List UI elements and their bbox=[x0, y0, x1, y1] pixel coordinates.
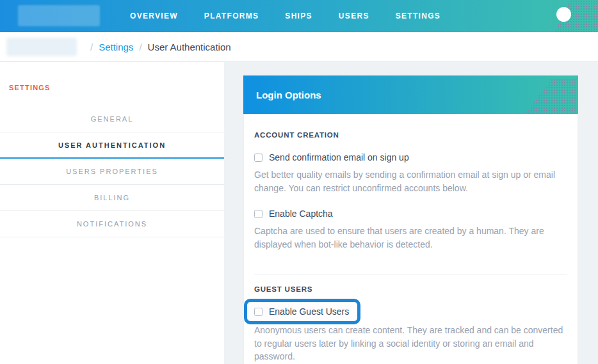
sidebar-item-billing[interactable]: BILLING bbox=[0, 185, 224, 211]
enable-captcha-checkbox[interactable] bbox=[254, 210, 263, 218]
nav-item-ships[interactable]: SHIPS bbox=[285, 12, 312, 20]
option-description: Get better quality emails by sending a c… bbox=[254, 168, 567, 194]
app-window: OVERVIEW PLATFORMS SHIPS USERS SETTINGS … bbox=[0, 0, 598, 364]
enable-guest-users-checkbox[interactable] bbox=[254, 308, 263, 316]
option-description: Captcha are used to ensure that users ar… bbox=[254, 225, 567, 251]
main-content: Login Options ACCOUNT CREATION Send conf… bbox=[224, 62, 598, 364]
panel-header: Login Options bbox=[243, 75, 578, 114]
settings-sidebar: SETTINGS GENERAL USER AUTHENTICATION USE… bbox=[0, 62, 224, 364]
option-enable-guest-users[interactable]: Enable Guest Users bbox=[254, 306, 349, 317]
panel-title: Login Options bbox=[256, 90, 321, 100]
option-description: Anonymous users can create content. They… bbox=[254, 324, 567, 363]
nav-item-settings[interactable]: SETTINGS bbox=[396, 12, 440, 20]
sidebar-item-user-authentication[interactable]: USER AUTHENTICATION bbox=[0, 132, 224, 159]
breadcrumb-separator: / bbox=[139, 42, 141, 52]
option-enable-captcha[interactable]: Enable Captcha bbox=[254, 209, 567, 219]
corner-dot-pattern bbox=[525, 79, 576, 114]
send-confirmation-email-checkbox[interactable] bbox=[254, 154, 263, 162]
main-nav-menu: OVERVIEW PLATFORMS SHIPS USERS SETTINGS bbox=[130, 12, 440, 20]
click-highlight-ring: Enable Guest Users bbox=[244, 299, 360, 324]
section-heading-account-creation: ACCOUNT CREATION bbox=[254, 114, 567, 139]
nav-item-users[interactable]: USERS bbox=[339, 12, 369, 20]
option-send-confirmation-email[interactable]: Send confirmation email on sign up bbox=[254, 152, 567, 162]
breadcrumb: / Settings / User Authentication bbox=[0, 32, 598, 62]
breadcrumb-separator: / bbox=[90, 42, 93, 52]
sidebar-item-general[interactable]: GENERAL bbox=[0, 106, 224, 132]
nav-item-overview[interactable]: OVERVIEW bbox=[130, 12, 178, 20]
option-label: Enable Captcha bbox=[269, 209, 333, 219]
sidebar-item-notifications[interactable]: NOTIFICATIONS bbox=[0, 211, 224, 237]
section-heading-guest-users: GUEST USERS bbox=[254, 274, 567, 293]
breadcrumb-current-page: User Authentication bbox=[148, 42, 231, 52]
top-navigation-bar: OVERVIEW PLATFORMS SHIPS USERS SETTINGS bbox=[0, 0, 598, 32]
login-options-panel: Login Options ACCOUNT CREATION Send conf… bbox=[243, 75, 578, 364]
content-area: SETTINGS GENERAL USER AUTHENTICATION USE… bbox=[0, 62, 598, 364]
option-label: Send confirmation email on sign up bbox=[269, 152, 409, 162]
sidebar-section-label: SETTINGS bbox=[9, 84, 224, 91]
panel-body: ACCOUNT CREATION Send confirmation email… bbox=[243, 114, 578, 364]
breadcrumb-root-redacted[interactable] bbox=[6, 38, 77, 56]
nav-item-platforms[interactable]: PLATFORMS bbox=[204, 12, 259, 20]
option-label: Enable Guest Users bbox=[269, 306, 349, 317]
app-logo-redacted[interactable] bbox=[18, 5, 100, 26]
user-avatar[interactable] bbox=[556, 7, 571, 22]
breadcrumb-settings-link[interactable]: Settings bbox=[99, 42, 133, 52]
sidebar-item-users-properties[interactable]: USERS PROPERTIES bbox=[0, 159, 224, 185]
